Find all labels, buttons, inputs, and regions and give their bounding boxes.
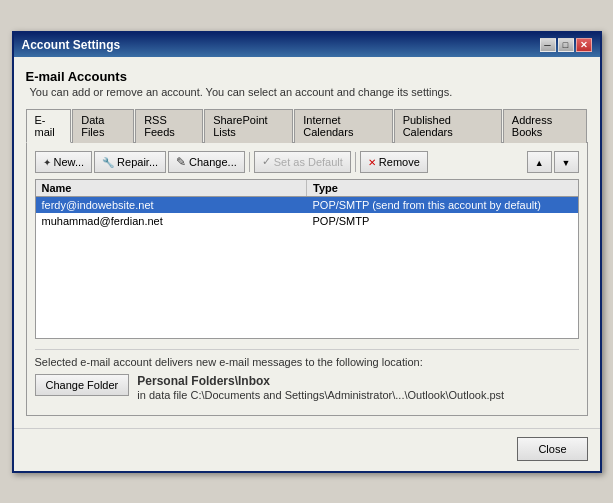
move-down-button[interactable] bbox=[554, 151, 579, 173]
change-folder-row: Change Folder Personal Folders\Inbox in … bbox=[35, 374, 579, 401]
tab-published-calendars[interactable]: Published Calendars bbox=[394, 109, 502, 143]
toolbar-separator2 bbox=[355, 152, 356, 172]
status-bar: Selected e-mail account delivers new e-m… bbox=[35, 349, 579, 407]
tab-rss-feeds[interactable]: RSS Feeds bbox=[135, 109, 203, 143]
tab-email[interactable]: E-mail bbox=[26, 109, 72, 143]
maximize-button[interactable]: □ bbox=[558, 38, 574, 52]
change-button-label: Change... bbox=[189, 156, 237, 168]
folder-name: Personal Folders\Inbox bbox=[137, 374, 504, 388]
new-button-label: New... bbox=[54, 156, 85, 168]
new-icon bbox=[43, 156, 51, 168]
toolbar: New... Repair... Change... Set as Defaul… bbox=[35, 151, 579, 173]
set-default-button[interactable]: Set as Default bbox=[254, 151, 351, 173]
repair-icon bbox=[102, 156, 114, 168]
col-header-name: Name bbox=[36, 180, 308, 196]
remove-button[interactable]: Remove bbox=[360, 151, 428, 173]
folder-path: in data file C:\Documents and Settings\A… bbox=[137, 389, 504, 401]
title-bar: Account Settings ─ □ ✕ bbox=[14, 33, 600, 57]
account-settings-dialog: Account Settings ─ □ ✕ E-mail Accounts Y… bbox=[12, 31, 602, 473]
dialog-close-button[interactable]: ✕ bbox=[576, 38, 592, 52]
tab-address-books[interactable]: Address Books bbox=[503, 109, 587, 143]
change-folder-button[interactable]: Change Folder bbox=[35, 374, 130, 396]
move-up-button[interactable] bbox=[527, 151, 552, 173]
account-type-cell: POP/SMTP (send from this account by defa… bbox=[307, 197, 578, 213]
list-header: Name Type bbox=[36, 180, 578, 197]
change-button[interactable]: Change... bbox=[168, 151, 245, 173]
remove-button-label: Remove bbox=[379, 156, 420, 168]
account-list: Name Type ferdy@indowebsite.net POP/SMTP… bbox=[35, 179, 579, 339]
dialog-footer: Close bbox=[14, 428, 600, 471]
list-item[interactable]: muhammad@ferdian.net POP/SMTP bbox=[36, 213, 578, 229]
list-item[interactable]: ferdy@indowebsite.net POP/SMTP (send fro… bbox=[36, 197, 578, 213]
repair-button-label: Repair... bbox=[117, 156, 158, 168]
tab-data-files[interactable]: Data Files bbox=[72, 109, 134, 143]
tab-sharepoint-lists[interactable]: SharePoint Lists bbox=[204, 109, 293, 143]
folder-info: Personal Folders\Inbox in data file C:\D… bbox=[137, 374, 504, 401]
col-header-type: Type bbox=[307, 180, 578, 196]
up-arrow-icon bbox=[535, 156, 544, 168]
dialog-title: Account Settings bbox=[22, 38, 121, 52]
title-bar-controls: ─ □ ✕ bbox=[540, 38, 592, 52]
section-desc: You can add or remove an account. You ca… bbox=[26, 86, 588, 98]
set-default-button-label: Set as Default bbox=[274, 156, 343, 168]
tab-bar: E-mail Data Files RSS Feeds SharePoint L… bbox=[26, 108, 588, 143]
new-button[interactable]: New... bbox=[35, 151, 93, 173]
account-name-cell: ferdy@indowebsite.net bbox=[36, 197, 307, 213]
default-icon bbox=[262, 155, 271, 168]
change-icon bbox=[176, 155, 186, 169]
status-description: Selected e-mail account delivers new e-m… bbox=[35, 356, 579, 368]
close-button[interactable]: Close bbox=[517, 437, 587, 461]
tab-internet-calendars[interactable]: Internet Calendars bbox=[294, 109, 392, 143]
tab-content: New... Repair... Change... Set as Defaul… bbox=[26, 143, 588, 416]
dialog-body: E-mail Accounts You can add or remove an… bbox=[14, 57, 600, 428]
account-type-cell: POP/SMTP bbox=[307, 213, 578, 229]
account-name-cell: muhammad@ferdian.net bbox=[36, 213, 307, 229]
minimize-button[interactable]: ─ bbox=[540, 38, 556, 52]
toolbar-separator bbox=[249, 152, 250, 172]
section-title: E-mail Accounts bbox=[26, 69, 588, 84]
down-arrow-icon bbox=[562, 156, 571, 168]
repair-button[interactable]: Repair... bbox=[94, 151, 166, 173]
remove-icon bbox=[368, 156, 376, 168]
